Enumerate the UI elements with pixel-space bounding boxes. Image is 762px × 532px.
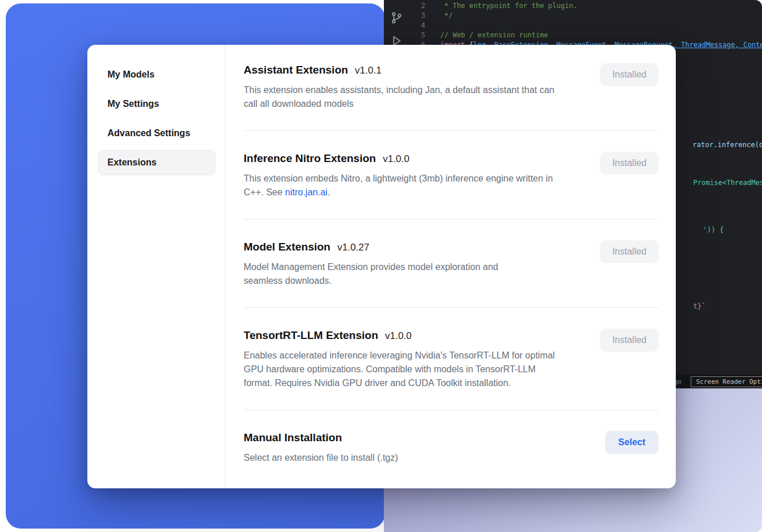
code-line: 5// Web / extension runtime	[409, 30, 762, 40]
extension-title: Model Extension	[244, 240, 330, 254]
code-fragment: rator.inference(data));	[668, 132, 762, 158]
code-line: 2 * The entrypoint for the plugin.	[409, 1, 762, 11]
extensions-list: Assistant Extension v1.0.1 This extensio…	[225, 45, 676, 488]
manual-installation-description: Select an extension file to install (.tg…	[244, 451, 398, 465]
code-comment: // Web / extension runtime	[440, 30, 548, 40]
screen-reader-badge: Screen Reader Optimiz	[691, 376, 762, 387]
source-control-icon[interactable]	[390, 11, 403, 24]
extension-description: This extension embeds Nitro, a lightweig…	[244, 172, 557, 199]
sidebar-item-my-settings[interactable]: My Settings	[98, 91, 215, 117]
code-line: 4	[409, 21, 762, 30]
extension-version: v1.0.0	[383, 153, 409, 165]
extension-info: TensortRT-LLM Extension v1.0.0 Enables a…	[244, 329, 557, 390]
sidebar-item-label: Extensions	[107, 157, 156, 168]
extension-info: Model Extension v1.0.27 Model Management…	[244, 240, 531, 288]
settings-sidebar: My Models My Settings Advanced Settings …	[87, 45, 225, 488]
extension-item-nitro: Inference Nitro Extension v1.0.0 This ex…	[244, 152, 659, 219]
code-comment: */	[440, 11, 453, 21]
extension-title: Inference Nitro Extension	[244, 152, 376, 165]
extension-title: TensortRT-LLM Extension	[244, 329, 378, 342]
extension-title-row: Inference Nitro Extension v1.0.0	[244, 152, 557, 165]
extension-version: v1.0.27	[337, 242, 370, 253]
extension-item-assistant: Assistant Extension v1.0.1 This extensio…	[244, 63, 659, 131]
installed-button[interactable]: Installed	[600, 240, 659, 263]
code-text: rator.inference(data));	[692, 141, 762, 149]
extension-description: Model Management Extension provides mode…	[244, 260, 531, 288]
sidebar-item-extensions[interactable]: Extensions	[98, 150, 215, 175]
sidebar-item-my-models[interactable]: My Models	[98, 62, 215, 87]
code-comment: * The entrypoint for the plugin.	[440, 1, 577, 11]
code-text: ')) {	[703, 226, 723, 234]
extension-title-row: Manual Installation	[244, 431, 398, 445]
extension-info: Assistant Extension v1.0.1 This extensio…	[244, 63, 557, 111]
extension-title-row: Assistant Extension v1.0.1	[244, 63, 557, 77]
line-number: 3	[409, 11, 425, 21]
sidebar-item-label: My Models	[107, 70, 155, 80]
select-file-button[interactable]: Select	[605, 431, 659, 454]
sidebar-item-label: Advanced Settings	[107, 128, 190, 138]
sidebar-item-advanced-settings[interactable]: Advanced Settings	[98, 121, 215, 146]
extension-title-row: Model Extension v1.0.27	[244, 240, 531, 254]
settings-modal: My Models My Settings Advanced Settings …	[87, 45, 676, 488]
sidebar-item-label: My Settings	[107, 99, 159, 109]
line-number: 4	[409, 21, 425, 30]
code-text: t}`	[693, 302, 706, 310]
line-number: 2	[409, 1, 425, 11]
manual-installation-item: Manual Installation Select an extension …	[244, 431, 659, 465]
code-fragment: Promise<ThreadMessage>	[668, 170, 762, 196]
installed-button[interactable]: Installed	[600, 152, 659, 175]
code-fragment: ')) {	[678, 217, 723, 243]
screenshot-canvas: 2 * The entrypoint for the plugin. 3 */ …	[0, 0, 762, 532]
description-text: .	[328, 187, 330, 197]
installed-button[interactable]: Installed	[600, 329, 659, 352]
code-line: 3 */	[409, 11, 762, 21]
extension-info: Manual Installation Select an extension …	[244, 431, 398, 465]
code-lines: 2 * The entrypoint for the plugin. 3 */ …	[409, 1, 762, 50]
extension-version: v1.0.1	[355, 65, 382, 76]
extension-title-row: TensortRT-LLM Extension v1.0.0	[244, 329, 557, 342]
extension-item-model: Model Extension v1.0.27 Model Management…	[244, 240, 659, 308]
extension-version: v1.0.0	[385, 330, 411, 342]
extension-description: Enables accelerated inference leveraging…	[244, 349, 557, 390]
extension-item-tensorrt: TensortRT-LLM Extension v1.0.0 Enables a…	[244, 329, 659, 410]
installed-button[interactable]: Installed	[600, 63, 659, 86]
manual-installation-title: Manual Installation	[244, 431, 342, 445]
code-text: Promise<ThreadMessage>	[693, 179, 762, 187]
line-number: 5	[409, 30, 425, 40]
extension-description: This extension enables assistants, inclu…	[244, 83, 557, 111]
extension-title: Assistant Extension	[244, 63, 348, 77]
nitro-link[interactable]: nitro.jan.ai	[285, 187, 328, 197]
extension-info: Inference Nitro Extension v1.0.0 This ex…	[244, 152, 557, 199]
